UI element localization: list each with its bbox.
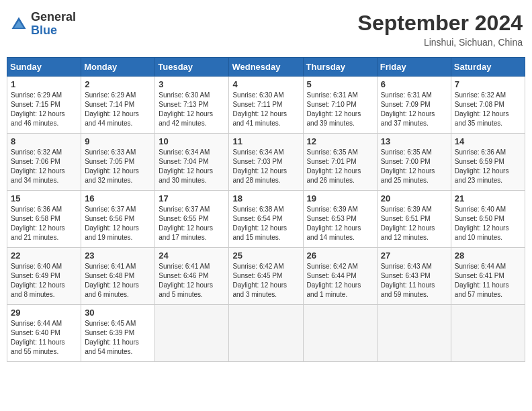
day-number: 12 <box>307 136 373 146</box>
day-number: 3 <box>159 79 225 89</box>
calendar-day-8: 8 Sunrise: 6:32 AM Sunset: 7:06 PM Dayli… <box>7 134 81 191</box>
calendar-day-6: 6 Sunrise: 6:31 AM Sunset: 7:09 PM Dayli… <box>377 77 451 134</box>
day-number: 10 <box>159 136 225 146</box>
day-number: 6 <box>381 79 447 89</box>
day-info: Sunrise: 6:32 AM Sunset: 7:08 PM Dayligh… <box>455 91 521 128</box>
day-info: Sunrise: 6:32 AM Sunset: 7:06 PM Dayligh… <box>11 148 77 185</box>
day-info: Sunrise: 6:34 AM Sunset: 7:03 PM Dayligh… <box>232 148 299 185</box>
day-number: 23 <box>85 250 151 261</box>
col-tuesday: Tuesday <box>155 58 229 77</box>
day-info: Sunrise: 6:40 AM Sunset: 6:50 PM Dayligh… <box>455 205 521 242</box>
day-info: Sunrise: 6:29 AM Sunset: 7:14 PM Dayligh… <box>85 91 151 128</box>
day-number: 17 <box>159 193 225 203</box>
calendar-day-29: 29 Sunrise: 6:44 AM Sunset: 6:40 PM Dayl… <box>7 305 81 362</box>
day-info: Sunrise: 6:40 AM Sunset: 6:49 PM Dayligh… <box>11 262 77 300</box>
day-number: 8 <box>11 136 77 146</box>
day-number: 9 <box>85 136 151 146</box>
calendar-week-1: 1 Sunrise: 6:29 AM Sunset: 7:15 PM Dayli… <box>7 77 525 134</box>
calendar-empty-cell <box>303 305 377 362</box>
calendar-day-15: 15 Sunrise: 6:36 AM Sunset: 6:58 PM Dayl… <box>7 191 81 248</box>
calendar-day-18: 18 Sunrise: 6:38 AM Sunset: 6:54 PM Dayl… <box>229 191 303 248</box>
day-info: Sunrise: 6:30 AM Sunset: 7:13 PM Dayligh… <box>159 91 225 128</box>
calendar-day-12: 12 Sunrise: 6:35 AM Sunset: 7:01 PM Dayl… <box>303 134 377 191</box>
calendar-empty-cell <box>451 305 525 362</box>
calendar-day-11: 11 Sunrise: 6:34 AM Sunset: 7:03 PM Dayl… <box>229 134 303 191</box>
day-number: 5 <box>307 79 373 89</box>
day-info: Sunrise: 6:41 AM Sunset: 6:48 PM Dayligh… <box>85 262 151 300</box>
page-header: General Blue September 2024 Linshui, Sic… <box>7 7 525 52</box>
calendar-table: Sunday Monday Tuesday Wednesday Thursday… <box>7 57 525 362</box>
day-number: 2 <box>85 79 151 89</box>
calendar-day-23: 23 Sunrise: 6:41 AM Sunset: 6:48 PM Dayl… <box>81 248 155 305</box>
calendar-day-9: 9 Sunrise: 6:33 AM Sunset: 7:05 PM Dayli… <box>81 134 155 191</box>
calendar-day-20: 20 Sunrise: 6:39 AM Sunset: 6:51 PM Dayl… <box>377 191 451 248</box>
calendar-day-4: 4 Sunrise: 6:30 AM Sunset: 7:11 PM Dayli… <box>229 77 303 134</box>
day-number: 11 <box>232 136 299 146</box>
col-sunday: Sunday <box>7 58 81 77</box>
day-info: Sunrise: 6:39 AM Sunset: 6:51 PM Dayligh… <box>381 205 447 242</box>
day-info: Sunrise: 6:44 AM Sunset: 6:41 PM Dayligh… <box>455 262 521 300</box>
day-info: Sunrise: 6:36 AM Sunset: 6:58 PM Dayligh… <box>11 205 77 242</box>
day-info: Sunrise: 6:39 AM Sunset: 6:53 PM Dayligh… <box>307 205 373 242</box>
location: Linshui, Sichuan, China <box>358 37 523 48</box>
col-saturday: Saturday <box>451 58 525 77</box>
logo: General Blue <box>9 11 76 38</box>
calendar-day-28: 28 Sunrise: 6:44 AM Sunset: 6:41 PM Dayl… <box>451 248 525 305</box>
day-info: Sunrise: 6:43 AM Sunset: 6:43 PM Dayligh… <box>381 262 447 300</box>
day-number: 22 <box>11 250 77 261</box>
col-friday: Friday <box>377 58 451 77</box>
day-info: Sunrise: 6:44 AM Sunset: 6:40 PM Dayligh… <box>11 319 77 357</box>
calendar-week-2: 8 Sunrise: 6:32 AM Sunset: 7:06 PM Dayli… <box>7 134 525 191</box>
day-info: Sunrise: 6:41 AM Sunset: 6:46 PM Dayligh… <box>159 262 225 300</box>
day-info: Sunrise: 6:35 AM Sunset: 7:00 PM Dayligh… <box>381 148 447 185</box>
day-info: Sunrise: 6:33 AM Sunset: 7:05 PM Dayligh… <box>85 148 151 185</box>
calendar-day-22: 22 Sunrise: 6:40 AM Sunset: 6:49 PM Dayl… <box>7 248 81 305</box>
day-number: 1 <box>11 79 77 89</box>
day-number: 14 <box>455 136 521 146</box>
calendar-day-10: 10 Sunrise: 6:34 AM Sunset: 7:04 PM Dayl… <box>155 134 229 191</box>
day-info: Sunrise: 6:42 AM Sunset: 6:45 PM Dayligh… <box>232 262 299 300</box>
day-info: Sunrise: 6:36 AM Sunset: 6:59 PM Dayligh… <box>455 148 521 185</box>
calendar-day-3: 3 Sunrise: 6:30 AM Sunset: 7:13 PM Dayli… <box>155 77 229 134</box>
logo-icon <box>9 15 28 34</box>
calendar-empty-cell <box>229 305 303 362</box>
day-info: Sunrise: 6:35 AM Sunset: 7:01 PM Dayligh… <box>307 148 373 185</box>
day-info: Sunrise: 6:30 AM Sunset: 7:11 PM Dayligh… <box>232 91 299 128</box>
calendar-day-24: 24 Sunrise: 6:41 AM Sunset: 6:46 PM Dayl… <box>155 248 229 305</box>
calendar-day-14: 14 Sunrise: 6:36 AM Sunset: 6:59 PM Dayl… <box>451 134 525 191</box>
day-number: 30 <box>85 308 151 318</box>
day-number: 21 <box>455 193 521 203</box>
day-number: 19 <box>307 193 373 203</box>
logo-blue-text: Blue <box>31 24 76 38</box>
day-number: 29 <box>11 308 77 318</box>
calendar-day-21: 21 Sunrise: 6:40 AM Sunset: 6:50 PM Dayl… <box>451 191 525 248</box>
title-block: September 2024 Linshui, Sichuan, China <box>358 11 523 48</box>
calendar-week-3: 15 Sunrise: 6:36 AM Sunset: 6:58 PM Dayl… <box>7 191 525 248</box>
day-number: 16 <box>85 193 151 203</box>
day-info: Sunrise: 6:34 AM Sunset: 7:04 PM Dayligh… <box>159 148 225 185</box>
day-number: 26 <box>307 250 373 261</box>
day-number: 24 <box>159 250 225 261</box>
day-info: Sunrise: 6:31 AM Sunset: 7:10 PM Dayligh… <box>307 91 373 128</box>
calendar-week-4: 22 Sunrise: 6:40 AM Sunset: 6:49 PM Dayl… <box>7 248 525 305</box>
col-monday: Monday <box>81 58 155 77</box>
calendar-day-5: 5 Sunrise: 6:31 AM Sunset: 7:10 PM Dayli… <box>303 77 377 134</box>
day-number: 15 <box>11 193 77 203</box>
month-title: September 2024 <box>358 11 523 36</box>
day-number: 13 <box>381 136 447 146</box>
day-number: 27 <box>381 250 447 261</box>
calendar-header-row: Sunday Monday Tuesday Wednesday Thursday… <box>7 58 525 77</box>
calendar-day-27: 27 Sunrise: 6:43 AM Sunset: 6:43 PM Dayl… <box>377 248 451 305</box>
calendar-day-1: 1 Sunrise: 6:29 AM Sunset: 7:15 PM Dayli… <box>7 77 81 134</box>
col-wednesday: Wednesday <box>229 58 303 77</box>
col-thursday: Thursday <box>303 58 377 77</box>
day-info: Sunrise: 6:37 AM Sunset: 6:55 PM Dayligh… <box>159 205 225 242</box>
calendar-day-13: 13 Sunrise: 6:35 AM Sunset: 7:00 PM Dayl… <box>377 134 451 191</box>
calendar-empty-cell <box>155 305 229 362</box>
day-info: Sunrise: 6:42 AM Sunset: 6:44 PM Dayligh… <box>307 262 373 300</box>
day-number: 28 <box>455 250 521 261</box>
day-info: Sunrise: 6:37 AM Sunset: 6:56 PM Dayligh… <box>85 205 151 242</box>
day-info: Sunrise: 6:29 AM Sunset: 7:15 PM Dayligh… <box>11 91 77 128</box>
calendar-day-19: 19 Sunrise: 6:39 AM Sunset: 6:53 PM Dayl… <box>303 191 377 248</box>
calendar-day-30: 30 Sunrise: 6:45 AM Sunset: 6:39 PM Dayl… <box>81 305 155 362</box>
